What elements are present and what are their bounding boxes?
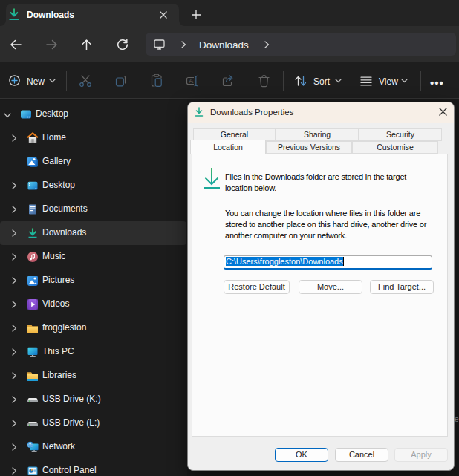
svg-text:A: A	[189, 77, 193, 85]
